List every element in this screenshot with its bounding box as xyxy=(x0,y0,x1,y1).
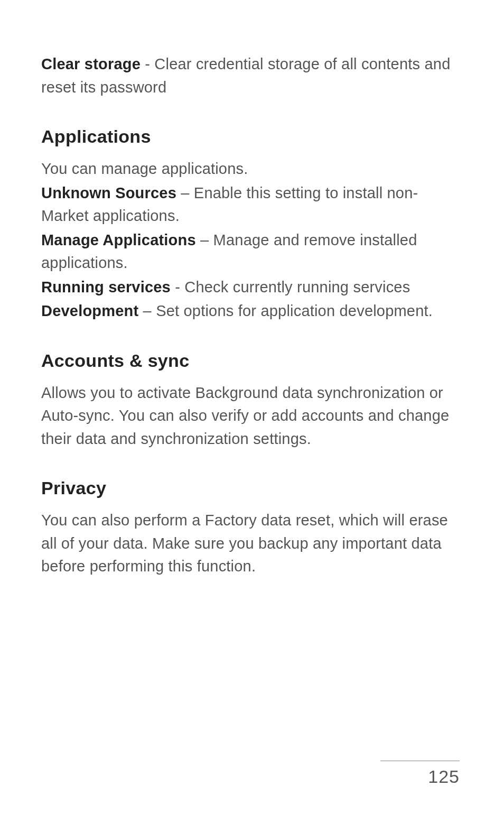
document-page: Clear storage - Clear credential storage… xyxy=(0,0,504,823)
clear-storage-paragraph: Clear storage - Clear credential storage… xyxy=(41,53,463,99)
development-label: Development xyxy=(41,302,138,319)
page-number-rule xyxy=(380,761,460,761)
page-number: 125 xyxy=(380,766,460,787)
manage-applications-paragraph: Manage Applications – Manage and remove … xyxy=(41,229,463,275)
development-desc: – Set options for application developmen… xyxy=(138,302,433,319)
privacy-heading: Privacy xyxy=(41,478,463,498)
unknown-sources-paragraph: Unknown Sources – Enable this setting to… xyxy=(41,182,463,228)
privacy-body: You can also perform a Factory data rese… xyxy=(41,509,463,578)
running-services-desc: - Check currently running services xyxy=(171,279,410,295)
clear-storage-label: Clear storage xyxy=(41,56,141,72)
unknown-sources-label: Unknown Sources xyxy=(41,184,176,201)
accounts-sync-body: Allows you to activate Background data s… xyxy=(41,382,463,451)
running-services-paragraph: Running services - Check currently runni… xyxy=(41,276,463,299)
manage-applications-label: Manage Applications xyxy=(41,232,196,248)
development-paragraph: Development – Set options for applicatio… xyxy=(41,300,463,323)
applications-intro: You can manage applications. xyxy=(41,158,463,181)
page-number-container: 125 xyxy=(380,761,460,787)
applications-heading: Applications xyxy=(41,126,463,147)
running-services-label: Running services xyxy=(41,279,171,295)
accounts-sync-heading: Accounts & sync xyxy=(41,350,463,371)
